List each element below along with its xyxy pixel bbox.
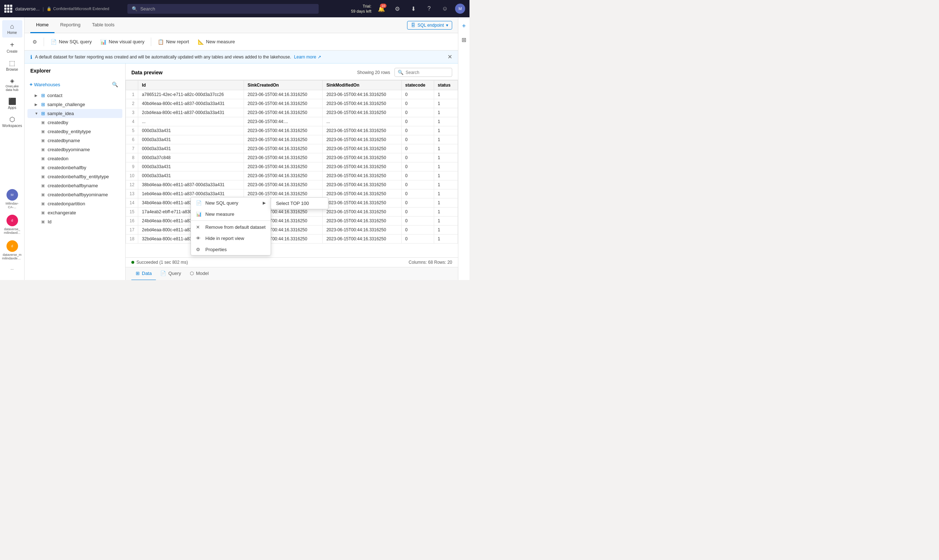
table-row: 5 000d3a33a431 2023-06-15T00:44:16.33162… <box>126 126 458 135</box>
tree-item-createdonbehalfbyname[interactable]: ▣ createdonbehalfbyname <box>28 181 122 190</box>
row-status-cell: 1 <box>434 189 457 198</box>
sidebar-user-avatar-2: d <box>6 215 18 226</box>
chevron-down-icon: ▾ <box>446 23 448 28</box>
tree-item-createdbyyominame[interactable]: ▣ createdbyyominame <box>28 145 122 154</box>
tree-item-createdon[interactable]: ▣ createdon <box>28 154 122 163</box>
tree-item-createdonbehalfby-entitytype[interactable]: ▣ createdonbehalfby_entitytype <box>28 172 122 181</box>
explorer-header: Explorer <box>25 63 125 78</box>
row-id-cell: 000d3a33a431 <box>138 162 244 171</box>
bottom-tab-data[interactable]: ⊞ Data <box>131 268 156 280</box>
sidebar-user-dataverse-m[interactable]: d dataverse_m milindavdem... <box>2 239 22 262</box>
row-num-cell: 10 <box>126 171 138 180</box>
new-measure-button[interactable]: 📐 New measure <box>194 37 239 47</box>
sidebar-item-apps[interactable]: ⬛ Apps <box>2 95 22 112</box>
explorer-title: Explorer <box>30 68 51 74</box>
row-id-cell: 000d3a37c848 <box>138 153 244 162</box>
download-button[interactable]: ⬇ <box>408 3 419 14</box>
row-id-cell: 000d3a33a431 <box>138 126 244 135</box>
context-submenu: Select TOP 100 <box>271 197 328 209</box>
table-header: Id SinkCreatedOn SinkModifiedOn statecod… <box>126 80 458 90</box>
sidebar-user-dataverse[interactable]: d dataverse_ milindavd... <box>2 213 22 236</box>
add-warehouses-button[interactable]: + Warehouses <box>28 80 62 89</box>
sidebar-item-workspaces[interactable]: ⬡ Workspaces <box>2 113 22 131</box>
row-status-cell: 1 <box>434 180 457 189</box>
tree-item-sample-challenge[interactable]: ▶ ⊞ sample_challenge <box>28 100 122 109</box>
sidebar-item-label: Workspaces <box>2 124 22 128</box>
row-num-cell: 9 <box>126 162 138 171</box>
field-icon: ▣ <box>40 147 45 152</box>
global-search-box[interactable]: 🔍 <box>128 4 319 14</box>
apps-grid-icon[interactable] <box>4 5 12 12</box>
learn-more-link[interactable]: Learn more ↗ <box>294 54 321 60</box>
explorer-search-button[interactable]: 🔍 <box>111 80 119 89</box>
tab-reporting[interactable]: Reporting <box>54 17 86 33</box>
context-menu-new-measure[interactable]: 📊 New measure <box>191 209 271 220</box>
row-statecode-cell: 0 <box>401 126 434 135</box>
new-visual-query-button[interactable]: 📊 New visual query <box>97 37 148 47</box>
info-bar-close-button[interactable]: ✕ <box>448 54 452 60</box>
tree-item-contact[interactable]: ▶ ⊞ contact <box>28 91 122 100</box>
tree-item-sample-idea[interactable]: ▼ ⊞ sample_idea <box>28 109 122 118</box>
settings-button[interactable]: ⚙ <box>391 3 403 14</box>
row-status-cell: 1 <box>434 144 457 153</box>
sidebar-item-browse[interactable]: ⬚ Browse <box>2 57 22 74</box>
data-table-wrapper: Id SinkCreatedOn SinkModifiedOn statecod… <box>126 80 458 257</box>
data-preview-panel: Data preview Showing 20 rows 🔍 <box>126 63 458 280</box>
sidebar-user-milindav[interactable]: M Milindav- CA-... <box>2 188 22 210</box>
feedback-button[interactable]: ☺ <box>439 3 451 14</box>
content-area: Home Reporting Table tools 🗄 SQL endpoin… <box>25 17 458 280</box>
sidebar-more-button[interactable]: ··· <box>2 265 22 274</box>
edge-layout-button[interactable]: ⊞ <box>458 34 470 45</box>
context-menu-new-sql-query[interactable]: 📄 New SQL query ▶ Select TOP 100 <box>191 197 271 209</box>
submenu-select-top-100[interactable]: Select TOP 100 <box>271 198 328 209</box>
th-sinkcreatedon: SinkCreatedOn <box>243 80 322 90</box>
row-num-cell: 17 <box>126 226 138 235</box>
sql-endpoint-button[interactable]: 🗄 SQL endpoint ▾ <box>407 21 452 29</box>
tree-item-createdonbehalfby[interactable]: ▣ createdonbehalfby <box>28 163 122 172</box>
row-sinkmodified-cell: 2023-06-15T00:44:16.3316250 <box>323 126 401 135</box>
row-sinkmodified-cell: 2023-06-15T00:44:16.3316250 <box>323 217 401 226</box>
table-header-row: Id SinkCreatedOn SinkModifiedOn statecod… <box>126 80 458 90</box>
tree-item-id[interactable]: ▣ Id <box>28 217 122 226</box>
tab-table-tools[interactable]: Table tools <box>86 17 120 33</box>
notifications-button[interactable]: 🔔 10 <box>376 3 387 14</box>
edge-plus-button[interactable]: + <box>458 20 470 32</box>
bottom-tab-query[interactable]: 📄 Query <box>156 268 185 280</box>
search-input[interactable] <box>140 6 314 12</box>
row-statecode-cell: 0 <box>401 226 434 235</box>
create-icon: + <box>10 41 14 48</box>
new-sql-query-button[interactable]: 📄 New SQL query <box>47 37 95 47</box>
table-row: 9 000d3a33a431 2023-06-15T00:44:16.33162… <box>126 162 458 171</box>
data-preview-search-input[interactable] <box>406 70 449 75</box>
cm-label: Hide in report view <box>205 235 244 241</box>
table-row: 1 a7865121-42ec-e711-a82c-000d3a37cc26 2… <box>126 90 458 99</box>
tree-item-label: sample_challenge <box>47 102 85 107</box>
sidebar-item-onelake[interactable]: ◈ OneLake data hub <box>2 75 22 95</box>
row-id-cell: 000d3a33a431 <box>138 144 244 153</box>
row-id-cell: ... <box>138 117 244 126</box>
sidebar-item-create[interactable]: + Create <box>2 38 22 56</box>
tree-item-createdonbehalfbyyominame[interactable]: ▣ createdonbehalfbyyominame <box>28 190 122 199</box>
context-menu-hide-report-view[interactable]: 👁 Hide in report view <box>191 233 271 244</box>
table-row: 17 2ebd4eaa-800c-e811-a837-000d3a33a431 … <box>126 226 458 235</box>
tree-item-createdbyname[interactable]: ▣ createdbyname <box>28 136 122 145</box>
context-menu-remove-default-dataset[interactable]: ✕ Remove from default dataset <box>191 222 271 233</box>
sidebar-item-home[interactable]: ⌂ Home <box>2 20 22 37</box>
context-menu-properties[interactable]: ⚙ Properties <box>191 244 271 255</box>
tree-item-createdby[interactable]: ▣ createdby <box>28 118 122 127</box>
data-preview-search[interactable]: 🔍 <box>394 68 452 77</box>
tree-item-exchangerate[interactable]: ▣ exchangerate <box>28 208 122 217</box>
new-report-button[interactable]: 📋 New report <box>154 37 193 47</box>
user-avatar[interactable]: M <box>455 4 465 14</box>
tree-item-createdonpartition[interactable]: ▣ createdonpartition <box>28 199 122 208</box>
data-preview-meta: Showing 20 rows 🔍 <box>357 68 452 77</box>
tab-home[interactable]: Home <box>30 17 54 33</box>
plus-icon: + <box>29 82 32 87</box>
tree-item-createdby-entitytype[interactable]: ▣ createdby_entitytype <box>28 127 122 136</box>
status-text: Succeeded (1 sec 802 ms) <box>136 260 188 265</box>
bottom-tab-model[interactable]: ⬡ Model <box>185 268 213 280</box>
row-num-cell: 14 <box>126 198 138 208</box>
help-button[interactable]: ? <box>423 3 435 14</box>
tree-item-label: createdonbehalfby <box>48 165 86 170</box>
settings-toolbar-button[interactable]: ⚙ <box>29 37 41 47</box>
